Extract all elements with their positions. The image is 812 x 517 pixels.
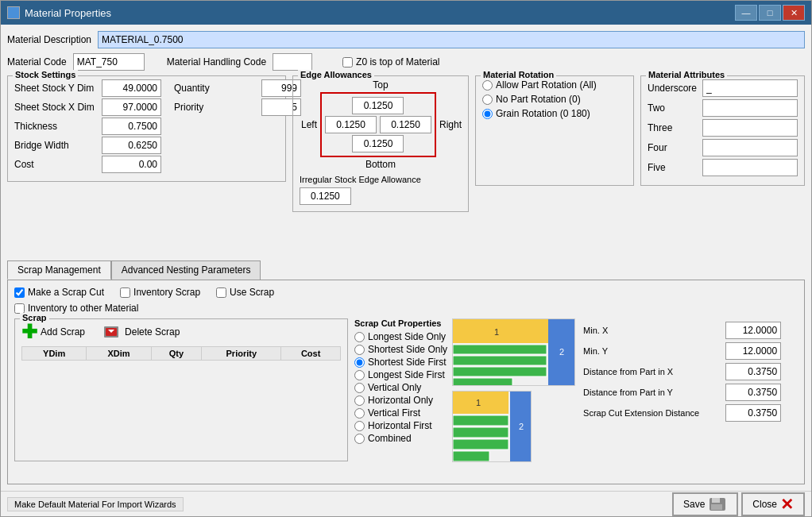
attr-four-input[interactable]	[702, 139, 798, 156]
tab-advanced-nesting[interactable]: Advanced Nesting Parameters	[111, 260, 261, 280]
make-scrap-cut-checkbox[interactable]	[14, 287, 25, 298]
z0-checkbox[interactable]	[342, 57, 353, 68]
material-attributes-group: Material Attributes Underscore Two Three	[640, 75, 805, 186]
min-y-input[interactable]	[725, 342, 781, 360]
rotation-allow-all-radio[interactable]	[482, 80, 493, 91]
rotation-no-rotation-row: No Part Rotation (0)	[482, 94, 627, 105]
edge-top-input[interactable]	[352, 97, 404, 114]
radio-shortest-only-input[interactable]	[354, 345, 365, 355]
dist-part-y-input[interactable]	[725, 384, 781, 401]
svg-rect-20	[712, 498, 720, 503]
material-description-input[interactable]	[98, 31, 805, 48]
material-code-input[interactable]	[73, 53, 145, 71]
attr-two-label: Two	[648, 102, 699, 114]
scrap-visualizations: 1 2	[452, 318, 575, 477]
rotation-grain-radio[interactable]	[482, 109, 493, 119]
attr-underscore-row: Underscore	[648, 79, 798, 97]
radio-vertical-first-input[interactable]	[354, 408, 365, 419]
svg-rect-3	[453, 319, 548, 343]
edge-left-input[interactable]	[325, 116, 377, 133]
inventory-other-checkbox[interactable]	[14, 303, 25, 314]
attr-four-label: Four	[648, 142, 699, 153]
attr-two-row: Two	[648, 99, 798, 117]
attr-five-input[interactable]	[702, 159, 798, 176]
svg-rect-21	[711, 504, 722, 510]
edge-right-input[interactable]	[380, 116, 431, 133]
top-right: Material Rotation Allow Part Rotation (A…	[475, 75, 805, 186]
scrap-group-label: Scrap	[20, 313, 49, 322]
extension-dist-input[interactable]	[725, 404, 781, 422]
scrap-right: Scrap Cut Properties Longest Side Only S…	[354, 318, 798, 477]
svg-rect-8	[453, 356, 547, 365]
scrap-vis-top: 1 2	[452, 318, 575, 386]
delete-icon-wrapper	[104, 325, 122, 339]
rotation-no-rotation-radio[interactable]	[482, 95, 493, 105]
svg-text:1: 1	[494, 327, 499, 337]
radio-vertical-first: Vertical First	[354, 407, 447, 419]
attr-three-input[interactable]	[702, 119, 798, 137]
material-properties-window: Material Properties — □ ✕ Material Descr…	[0, 0, 812, 517]
make-scrap-cut-label: Make a Scrap Cut	[28, 287, 104, 298]
use-scrap-label: Use Scrap	[230, 287, 274, 298]
scrap-group-box: Scrap ✚ Add Scrap	[14, 318, 348, 461]
dist-part-x-label: Distance from Part in X	[583, 367, 722, 376]
thickness-input[interactable]	[102, 118, 161, 135]
attr-underscore-label: Underscore	[648, 83, 699, 94]
rotation-grain-row: Grain Rotation (0 180)	[482, 108, 627, 119]
radio-combined-input[interactable]	[354, 434, 365, 444]
maximize-button[interactable]: □	[759, 5, 781, 21]
radio-longest-only: Longest Side Only	[354, 331, 447, 342]
delete-scrap-label: Delete Scrap	[125, 326, 180, 338]
irregular-label: Irregular Stock Edge Allowance	[300, 175, 421, 184]
sheet-stock-y-input[interactable]	[102, 79, 161, 97]
close-button[interactable]: Close ✕	[741, 492, 805, 516]
rotation-allow-all-row: Allow Part Rotation (All)	[482, 79, 627, 91]
radio-longest-first-input[interactable]	[354, 370, 365, 380]
material-code-label: Material Code	[7, 56, 67, 68]
bridge-width-input[interactable]	[102, 137, 161, 154]
radio-vertical-only-input[interactable]	[354, 383, 365, 393]
minimize-button[interactable]: —	[735, 5, 757, 21]
edge-bottom-input[interactable]	[352, 135, 404, 152]
radio-horizontal-first-input[interactable]	[354, 421, 365, 431]
attr-three-label: Three	[648, 122, 699, 133]
material-rotation-group: Material Rotation Allow Part Rotation (A…	[475, 75, 634, 186]
tab-bar: Scrap Management Advanced Nesting Parame…	[7, 260, 805, 280]
col-cost: Cost	[281, 347, 341, 361]
irregular-row: Irregular Stock Edge Allowance	[300, 175, 462, 205]
window-close-button[interactable]: ✕	[783, 5, 805, 21]
stock-left-fields: Sheet Stock Y Dim Sheet Stock X Dim Thic…	[14, 79, 161, 175]
cost-input[interactable]	[102, 156, 161, 173]
dist-part-x-input[interactable]	[725, 363, 781, 380]
radio-shortest-first-input[interactable]	[354, 357, 365, 368]
radio-horizontal-only-input[interactable]	[354, 395, 365, 406]
radio-longest-only-input[interactable]	[354, 332, 365, 342]
left-edge-label: Left	[300, 119, 317, 130]
add-scrap-button[interactable]: ✚ Add Scrap	[21, 322, 85, 341]
radio-vertical-first-label: Vertical First	[368, 407, 420, 419]
attr-underscore-input[interactable]	[702, 79, 798, 97]
edge-bottom-label: Bottom	[300, 159, 462, 170]
irregular-input[interactable]	[300, 187, 351, 205]
inventory-scrap-checkbox[interactable]	[120, 287, 130, 298]
radio-shortest-first-label: Shortest Side First	[368, 357, 447, 368]
material-description-label: Material Description	[7, 34, 91, 45]
left-panel: Stock Settings Sheet Stock Y Dim Sheet S…	[7, 75, 286, 253]
dist-part-y-label: Distance from Part in Y	[583, 388, 722, 397]
sheet-stock-x-label: Sheet Stock X Dim	[14, 102, 102, 113]
attr-two-input[interactable]	[702, 99, 798, 117]
inventory-scrap-label: Inventory Scrap	[133, 287, 200, 298]
inventory-other-label: Inventory to other Material	[28, 303, 138, 314]
min-x-input[interactable]	[725, 322, 781, 339]
stock-right-fields: Quantity Priority	[174, 79, 301, 175]
use-scrap-checkbox[interactable]	[216, 287, 226, 298]
scrap-cut-props-label: Scrap Cut Properties	[354, 318, 447, 328]
save-button[interactable]: Save	[672, 492, 738, 516]
bridge-width-row: Bridge Width	[14, 137, 161, 154]
tab-scrap-management[interactable]: Scrap Management	[7, 260, 111, 280]
tab-section: Scrap Management Advanced Nesting Parame…	[7, 257, 805, 484]
sheet-stock-x-input[interactable]	[102, 98, 161, 116]
material-handling-input[interactable]	[273, 53, 312, 71]
svg-rect-18	[453, 451, 489, 461]
delete-scrap-button[interactable]: Delete Scrap	[104, 325, 180, 339]
